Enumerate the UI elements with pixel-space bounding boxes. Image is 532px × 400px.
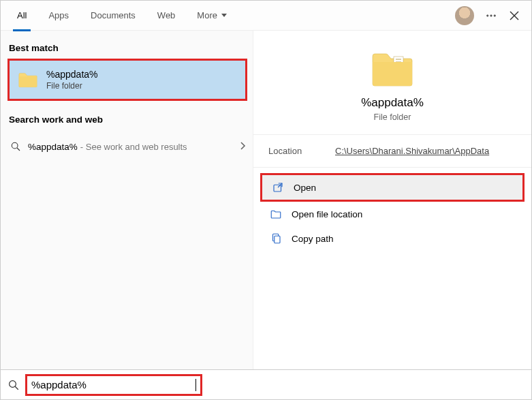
user-avatar[interactable] — [455, 6, 474, 25]
preview-subtitle: File folder — [374, 112, 411, 122]
chevron-right-icon — [239, 141, 246, 152]
svg-line-6 — [17, 148, 20, 151]
action-copy-path[interactable]: Copy path — [260, 226, 525, 251]
search-work-web-result[interactable]: %appdata% - See work and web results — [7, 134, 253, 159]
svg-rect-14 — [275, 236, 280, 243]
tab-more[interactable]: More — [186, 1, 238, 31]
svg-point-5 — [12, 142, 18, 149]
svg-point-0 — [487, 14, 488, 16]
sw-sub: - See work and web results — [80, 142, 187, 152]
svg-point-2 — [494, 14, 495, 16]
copy-icon — [270, 232, 282, 245]
search-input[interactable] — [31, 379, 195, 390]
sw-term: %appdata% — [28, 142, 78, 152]
search-work-web-header: Search work and web — [7, 110, 253, 130]
overflow-button[interactable] — [480, 4, 503, 27]
search-icon — [7, 379, 20, 391]
close-icon — [510, 11, 519, 20]
tab-apps[interactable]: Apps — [37, 1, 80, 31]
preview-panel: %appdata% File folder Location C:\Users\… — [253, 31, 531, 369]
tab-more-label: More — [197, 10, 217, 20]
folder-open-icon — [270, 208, 282, 220]
svg-line-12 — [278, 183, 282, 187]
folder-icon — [371, 50, 414, 88]
preview-meta: Location C:\Users\Dharani.Shivakumar\App… — [253, 134, 531, 168]
svg-point-15 — [10, 380, 16, 387]
more-horizontal-icon — [485, 10, 497, 22]
search-input-highlight — [25, 374, 202, 396]
best-match-header: Best match — [7, 39, 253, 59]
tab-documents[interactable]: Documents — [80, 1, 146, 31]
action-copy-label: Copy path — [292, 234, 334, 244]
svg-point-1 — [490, 14, 492, 16]
search-icon — [10, 141, 21, 152]
text-caret — [195, 379, 196, 391]
open-icon — [272, 181, 284, 194]
results-panel: Best match %appdata% File folder Search … — [1, 31, 253, 369]
action-open-file-location[interactable]: Open file location — [260, 202, 525, 226]
action-open-label: Open — [294, 183, 316, 193]
action-open[interactable]: Open — [260, 173, 525, 202]
best-match-title: %appdata% — [46, 69, 98, 80]
preview-title: %appdata% — [361, 96, 424, 110]
close-button[interactable] — [503, 4, 526, 27]
search-filter-tabs: All Apps Documents Web More — [1, 1, 531, 31]
folder-icon — [18, 72, 38, 88]
preview-actions: Open Open file location Copy path — [253, 168, 531, 256]
action-open-loc-label: Open file location — [292, 209, 362, 219]
tab-all[interactable]: All — [6, 1, 37, 31]
best-match-result[interactable]: %appdata% File folder — [7, 59, 247, 101]
meta-location-label: Location — [268, 146, 316, 156]
best-match-subtitle: File folder — [46, 81, 98, 91]
search-bar — [1, 369, 531, 399]
svg-line-16 — [15, 386, 18, 390]
tab-web[interactable]: Web — [146, 1, 187, 31]
meta-location-value[interactable]: C:\Users\Dharani.Shivakumar\AppData — [335, 146, 489, 156]
chevron-down-icon — [221, 14, 227, 17]
